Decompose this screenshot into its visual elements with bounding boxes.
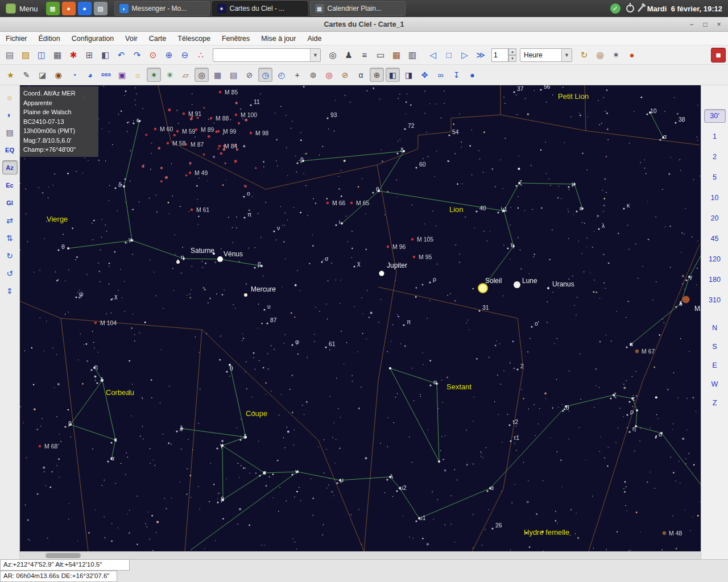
star-dot[interactable]: [341, 222, 343, 225]
planet-saturne[interactable]: [176, 260, 180, 264]
star-dot[interactable]: [507, 247, 508, 249]
messier-object-m85[interactable]: [219, 91, 221, 93]
star-dot[interactable]: [655, 436, 656, 438]
star-dot[interactable]: [396, 490, 398, 492]
star-dot[interactable]: [475, 210, 477, 212]
fov-5[interactable]: 5: [704, 171, 726, 184]
finder-circle-icon[interactable]: ⊚: [306, 68, 320, 82]
star-dot[interactable]: [138, 120, 140, 122]
rotate-ccw-icon[interactable]: ↺: [2, 266, 18, 280]
star-dot[interactable]: [183, 257, 185, 260]
star-dot[interactable]: [660, 432, 663, 434]
copy-chart-icon[interactable]: ⊞: [82, 48, 97, 63]
star-dot[interactable]: [389, 367, 391, 369]
star-dot[interactable]: [508, 424, 510, 426]
telescope-cross-icon[interactable]: +: [290, 68, 304, 82]
clock-icon[interactable]: ◷: [258, 68, 272, 82]
star-dot[interactable]: [598, 228, 599, 230]
star-dot[interactable]: [631, 397, 634, 400]
target-red-icon[interactable]: ◎: [322, 68, 336, 82]
messier-object-m49[interactable]: [189, 172, 191, 174]
fov-30min[interactable]: 30': [704, 109, 726, 123]
star-dot[interactable]: [321, 261, 322, 263]
flip-horizontal-icon[interactable]: ⇄: [2, 213, 18, 227]
time-play-button[interactable]: ▷: [457, 48, 472, 63]
star-dot[interactable]: [389, 476, 391, 478]
star-dot[interactable]: [613, 394, 615, 396]
star-dot[interactable]: [216, 447, 218, 449]
coord-ec-button[interactable]: Ec: [2, 178, 18, 192]
ecliptic-line-icon[interactable]: ⊘: [242, 68, 257, 82]
star-dot[interactable]: [296, 162, 298, 164]
planet-mercure[interactable]: [244, 293, 247, 297]
menu-misejour[interactable]: Mise à jour: [261, 35, 296, 43]
star-dot[interactable]: [438, 460, 440, 463]
messier-object-m59[interactable]: [176, 130, 179, 132]
updown-icon[interactable]: ⇕: [2, 284, 18, 298]
star-dot[interactable]: [176, 430, 177, 432]
az-grid-icon[interactable]: ▤: [226, 68, 241, 82]
contrast-icon[interactable]: ◨: [402, 68, 416, 82]
star-dot[interactable]: [101, 379, 104, 381]
search-dropdown-arrow[interactable]: ▼: [310, 49, 320, 61]
window-titlebar[interactable]: Cartes du Ciel - Carte_1 −□×: [0, 17, 728, 32]
star-dot[interactable]: [675, 306, 677, 307]
star-dot[interactable]: [662, 136, 664, 139]
star-dot[interactable]: [372, 192, 374, 193]
browser-launcher[interactable]: ●: [78, 2, 92, 15]
time-step-down-button[interactable]: ▼: [508, 55, 516, 62]
messier-object-m87[interactable]: [185, 143, 187, 146]
star-dot[interactable]: [623, 207, 624, 209]
start-menu-button[interactable]: Menu: [3, 1, 44, 16]
messier-object-m100[interactable]: [235, 114, 237, 116]
star-dot[interactable]: [568, 186, 569, 188]
star-dot[interactable]: [628, 431, 630, 433]
star-dot[interactable]: [628, 401, 630, 402]
search-input[interactable]: [213, 49, 310, 61]
star-dot[interactable]: [64, 426, 66, 427]
star-dot[interactable]: [510, 440, 511, 442]
messier-object-m61[interactable]: [191, 209, 193, 211]
star-dot[interactable]: [503, 210, 505, 212]
star-dot[interactable]: [396, 152, 398, 154]
star-dot[interactable]: [93, 367, 96, 369]
star-dot[interactable]: [531, 326, 532, 327]
planet-globe-icon[interactable]: ◔: [67, 68, 81, 82]
marker-icon[interactable]: ◎: [195, 68, 209, 82]
star-dot[interactable]: [254, 267, 255, 268]
realtime-icon[interactable]: ◴: [274, 68, 288, 82]
star-dot[interactable]: [680, 302, 682, 305]
time-forward-button[interactable]: ≫: [473, 48, 488, 63]
menu-fichier[interactable]: Fichier: [6, 35, 27, 43]
blue-dot-icon[interactable]: ●: [465, 68, 479, 82]
star-dot[interactable]: [635, 425, 637, 427]
firefox-launcher[interactable]: ●: [62, 2, 76, 15]
star-dot[interactable]: [245, 436, 247, 438]
star-dot[interactable]: [415, 520, 417, 522]
messier-object-m105[interactable]: [411, 238, 413, 240]
star-dot[interactable]: [562, 410, 564, 411]
star-dot[interactable]: [610, 397, 611, 399]
star-dot[interactable]: [573, 183, 576, 185]
pencil-icon[interactable]: ✎: [19, 68, 34, 82]
constellation-bounds-icon[interactable]: ▱: [179, 68, 193, 82]
star-dot[interactable]: [335, 224, 337, 226]
star-dot[interactable]: [576, 210, 577, 212]
star-dot[interactable]: [131, 239, 133, 242]
direction-z-button[interactable]: Z: [705, 397, 725, 409]
direction-s-button[interactable]: S: [705, 340, 725, 353]
star-dot[interactable]: [336, 482, 338, 484]
observatory-config-icon[interactable]: ✱: [66, 48, 81, 63]
star-dot[interactable]: [266, 322, 268, 324]
star-dot[interactable]: [110, 298, 112, 300]
star-dot[interactable]: [429, 281, 431, 283]
star-dot[interactable]: [515, 185, 517, 186]
star-dot[interactable]: [226, 371, 228, 372]
zoom-out-icon[interactable]: ⊖: [177, 48, 192, 63]
fov-120[interactable]: 120: [704, 252, 726, 266]
messier-object-m66[interactable]: [326, 202, 329, 204]
star-dot[interactable]: [263, 309, 265, 310]
star-dot[interactable]: [626, 346, 627, 348]
planet-soleil[interactable]: [478, 284, 487, 293]
anchor-icon[interactable]: ↧: [449, 68, 464, 82]
